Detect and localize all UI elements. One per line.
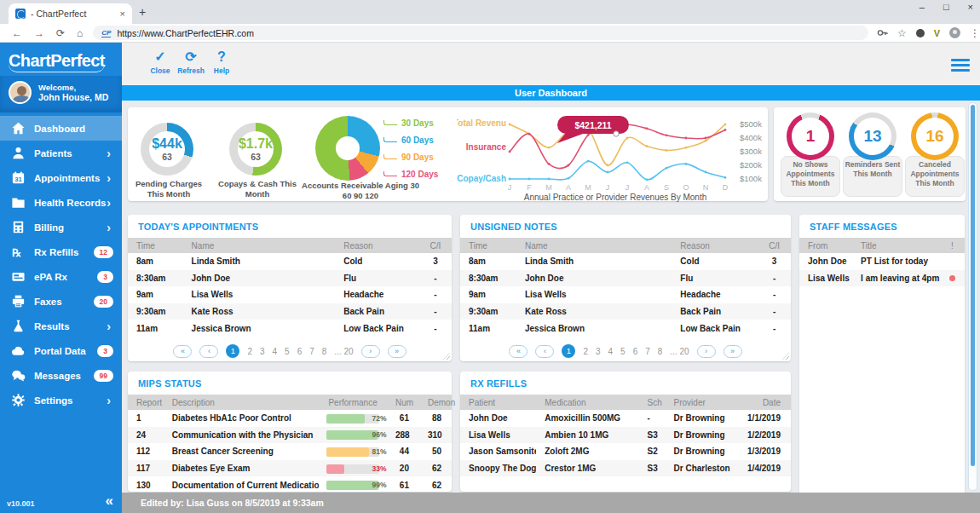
sidebar-item-epa-rx[interactable]: ePA Rx3 (0, 264, 122, 289)
table-row[interactable]: 9amLisa WellsHeadache- (128, 286, 452, 303)
scrollbar-thumb[interactable] (971, 105, 975, 466)
home-icon[interactable]: ⌂ (77, 27, 83, 39)
table-row[interactable]: 8:30amJohn DoeFlu- (460, 270, 791, 287)
refresh-button[interactable]: ⟳ Refresh (174, 49, 208, 75)
pending-charges-value: $44k (152, 136, 182, 152)
sidebar-item-messages[interactable]: Messages99 (0, 363, 122, 388)
accounts-receivable-label: Accounts Receivable Aging 30 60 90 120 (297, 181, 424, 201)
pagination-page[interactable]: 8 (322, 347, 327, 356)
table-row[interactable]: 130Documentation of Current Medication /… (128, 476, 452, 493)
sidebar-item-portal-data[interactable]: Portal Data3 (0, 338, 122, 363)
table-row[interactable]: Snoopy The DogCrestor 1MGS3Dr Charleston… (460, 460, 791, 477)
table-row[interactable]: 9:30amKate RossBack Pain- (128, 303, 452, 320)
rx-icon: ℞ (10, 244, 26, 260)
pagination-page[interactable]: 7 (309, 347, 314, 356)
table-row[interactable]: 1Diabetes HbA1c Poor Control72%6188 (128, 410, 452, 427)
browser-tab[interactable]: - ChartPerfect × (9, 3, 132, 24)
sidebar-item-patients[interactable]: Patients› (0, 141, 122, 165)
pagination-page[interactable]: ... 20 (334, 347, 353, 356)
back-icon[interactable]: ← (12, 27, 22, 39)
table-row[interactable]: 9:30amKate RossBack Pain- (460, 303, 791, 320)
pagination-page[interactable]: 2 (247, 347, 252, 356)
table-row[interactable]: 24Communication with the Physician96%288… (128, 427, 452, 444)
pagination-page[interactable]: 4 (608, 347, 614, 356)
close-button[interactable]: ✓ Close (143, 49, 177, 75)
window-close-button[interactable]: × (968, 2, 973, 12)
table-row[interactable]: 112Breast Cancer Screening81%4450 (128, 443, 452, 460)
bookmark-star-icon[interactable]: ☆ (897, 27, 907, 39)
pagination-page[interactable]: 4 (273, 347, 278, 356)
pagination-page[interactable]: 5 (285, 347, 290, 356)
pagination-page[interactable]: 6 (297, 347, 303, 356)
pagination-first-button[interactable]: « (509, 345, 527, 358)
pagination-prev-button[interactable]: ‹ (535, 345, 554, 358)
forward-icon[interactable]: → (34, 27, 44, 39)
password-key-icon[interactable] (877, 27, 888, 38)
content-scrollbar[interactable] (968, 102, 977, 491)
pagination-first-button[interactable]: « (173, 345, 192, 358)
tab-close-icon[interactable]: × (120, 9, 125, 19)
sidebar-collapse-icon[interactable]: « (106, 493, 113, 510)
sidebar-item-appointments[interactable]: 31Appointments› (0, 165, 122, 190)
table-row[interactable]: Jason SamsoniteZoloft 2MGS2Dr Browning1/… (460, 443, 791, 460)
pagination-page[interactable]: ... 20 (670, 347, 689, 356)
url-bar[interactable]: CP https://www.ChartPerfectEHR.com (93, 26, 868, 40)
pending-charges-donut: $44k 63 (141, 123, 193, 176)
pagination-page[interactable]: 6 (633, 347, 638, 356)
pagination-page[interactable]: 5 (620, 347, 625, 356)
table-row[interactable]: 9amLisa WellsHeadache- (460, 286, 791, 303)
pagination-page[interactable]: 8 (658, 347, 663, 356)
chevron-right-icon: › (107, 196, 111, 210)
url-text[interactable]: https://www.ChartPerfectEHR.com (117, 28, 253, 38)
svg-text:A: A (644, 183, 649, 192)
table-row[interactable]: 8amLinda SmithCold3 (128, 253, 452, 270)
pagination-page[interactable]: 7 (645, 347, 650, 356)
pagination-last-button[interactable]: » (388, 345, 406, 358)
new-tab-button[interactable]: + (139, 5, 146, 19)
sidebar-item-dashboard[interactable]: Dashboard (0, 116, 122, 141)
pagination-prev-button[interactable]: ‹ (199, 345, 218, 358)
pagination-page[interactable]: 3 (596, 347, 601, 356)
column-header: Medication (536, 395, 638, 410)
pagination-last-button[interactable]: » (723, 345, 742, 358)
reload-icon[interactable]: ⟳ (56, 27, 65, 39)
mips-table: ReportDescriptionPerformanceNumDemon1Dia… (128, 395, 452, 493)
table-row[interactable]: 8amLinda SmithCold3 (460, 253, 791, 270)
help-button[interactable]: ? Help (205, 49, 239, 75)
table-row[interactable]: John DoeAmoxicillin 500MG-Dr Browning1/1… (460, 410, 791, 427)
table-row[interactable]: 11amJessica BrownLow Back Pain- (128, 320, 452, 337)
pagination-page-active[interactable]: 1 (226, 344, 239, 358)
svg-text:D: D (723, 183, 729, 192)
pagination-page[interactable]: 2 (583, 347, 588, 356)
legend-item: 30 Days (383, 114, 438, 131)
table-row[interactable]: 8:30amJohn DoeFlu- (128, 270, 452, 287)
sidebar-item-rx-refills[interactable]: ℞Rx Refills12 (0, 239, 122, 264)
window-maximize-button[interactable]: □ (943, 2, 949, 12)
browser-menu-icon[interactable]: ⋮ (970, 27, 980, 39)
pagination-next-button[interactable]: › (361, 345, 380, 358)
table-row[interactable]: John DoePT List for today (799, 253, 965, 270)
pagination-page-active[interactable]: 1 (562, 344, 575, 358)
legend-connector (383, 171, 397, 176)
sidebar-item-billing[interactable]: Billing› (0, 215, 122, 239)
browser-profile-avatar[interactable] (949, 27, 960, 38)
pagination-page[interactable]: 3 (260, 347, 265, 356)
table-row[interactable]: 11amJessica BrownLow Back Pain- (460, 320, 791, 337)
hamburger-menu-icon[interactable] (951, 59, 970, 74)
table-row[interactable]: Lisa WellsI am leaving at 4pm (799, 270, 965, 287)
panel-title: STAFF MESSAGES (799, 215, 965, 238)
window-minimize-button[interactable]: – (919, 2, 925, 12)
stat-value: 1 (806, 127, 816, 145)
table-row[interactable]: Lisa WellsAmbien 10 1MGS3Dr Browning1/2/… (460, 427, 791, 444)
extension-v-icon[interactable]: V (934, 28, 940, 38)
performance-bar: 96% (326, 430, 379, 440)
column-header: Reason (672, 238, 758, 253)
sidebar-item-results[interactable]: Results› (0, 314, 122, 338)
pagination-next-button[interactable]: › (697, 345, 716, 358)
sidebar-item-settings[interactable]: Settings› (0, 388, 122, 412)
svg-text:J: J (508, 183, 512, 192)
table-row[interactable]: 117Diabetes Eye Exam33%2062 (128, 460, 452, 477)
sidebar-item-health-records[interactable]: Health Records› (0, 190, 122, 215)
sidebar-item-faxes[interactable]: Faxes20 (0, 289, 122, 314)
extension-icon[interactable] (916, 29, 925, 37)
